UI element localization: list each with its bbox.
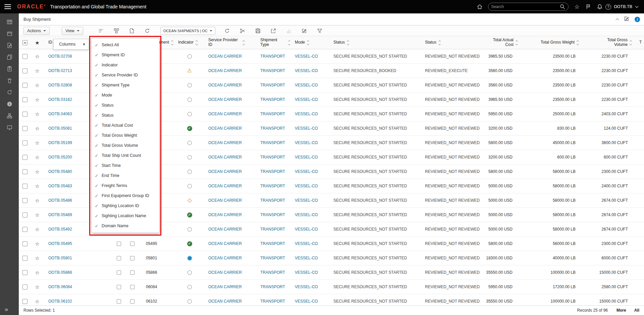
row-flag-checkbox-2[interactable] [130,256,135,260]
row-flag-checkbox-2[interactable] [130,285,135,289]
service-provider-link[interactable]: OCEAN CARRIER [208,97,242,102]
favorite-star-icon[interactable] [35,68,39,73]
shipment-id-link[interactable]: OOTB.05480 [48,169,72,174]
favorite-star-icon[interactable] [35,285,39,290]
page-edit-icon[interactable] [624,16,629,23]
page-info-icon[interactable] [635,17,640,22]
all-button[interactable]: All [634,308,639,313]
document-edit-icon[interactable] [0,40,19,51]
save-icon[interactable] [254,27,262,35]
columns-menu-item[interactable]: Status [92,110,159,120]
columns-menu-item[interactable]: Indicator [92,60,159,70]
service-provider-link[interactable]: OCEAN CARRIER [208,184,242,188]
sort-icon[interactable] [439,41,440,45]
clipboard-edit-icon[interactable] [0,63,19,75]
mode-link[interactable]: VESSEL-CO [295,83,318,87]
shipment-id-link[interactable]: OOTB.05489 [48,212,72,217]
columns-menu-item[interactable]: Service Provider ID [92,70,159,80]
shipment-type-link[interactable]: TRANSPORT [260,212,285,217]
help-icon[interactable] [605,4,611,10]
columns-menu-item[interactable]: Shipment ID [92,50,159,60]
sort-icon[interactable] [516,41,518,45]
cut-icon[interactable] [239,27,246,35]
service-provider-link[interactable]: OCEAN CARRIER [208,140,242,145]
columns-menu-item[interactable]: Total Actual Cost [92,120,159,130]
filter-funnel-icon[interactable] [316,27,323,35]
column-header-mode[interactable]: Mode [290,36,332,49]
favorite-star-icon[interactable] [35,198,39,203]
column-header-total-gross-volume[interactable]: Total Gross Volume [580,36,633,49]
row-checkbox[interactable] [22,112,28,117]
row-checkbox[interactable] [22,169,28,174]
shipment-type-link[interactable]: TRANSPORT [260,198,285,203]
sync-icon[interactable] [0,86,19,98]
mode-link[interactable]: VESSEL-CO [295,155,318,160]
column-header-service-provider[interactable]: Service Provider ID [205,36,258,49]
shipment-id-link[interactable]: OOTB.05081 [48,126,72,131]
shipment-id-link[interactable]: OOTB.05495 [48,241,72,246]
shipment-type-link[interactable]: TRANSPORT [260,155,285,160]
shipment-type-link[interactable]: TRANSPORT [260,54,285,59]
trash-icon[interactable] [0,75,19,86]
favorite-star-icon[interactable] [35,299,39,304]
row-checkbox[interactable] [22,68,28,73]
mode-link[interactable]: VESSEL-CO [295,285,318,289]
copy-icon[interactable] [0,51,19,63]
column-header-total-actual-cost[interactable]: Total Actual Cost [483,36,519,49]
row-flag-checkbox-1[interactable] [117,270,121,275]
shipment-id-link[interactable]: OOTB.04063 [48,112,72,116]
service-provider-link[interactable]: OCEAN CARRIER [208,227,242,232]
more-button[interactable]: More [616,308,626,313]
service-provider-link[interactable]: OCEAN CARRIER [208,83,242,87]
shipment-id-link[interactable]: OOTB.03162 [48,97,72,102]
shipment-type-link[interactable]: TRANSPORT [260,83,285,87]
row-checkbox[interactable] [22,184,28,189]
saved-search-select[interactable]: OCEAN SHIPMENTS | OC [160,27,215,35]
columns-menu-item[interactable]: Freight Terms [92,181,159,191]
row-flag-checkbox-1[interactable] [117,256,121,260]
columns-menu-item[interactable]: Start Time [92,161,159,171]
mode-link[interactable]: VESSEL-CO [295,256,318,260]
open-new-window-icon[interactable] [270,27,277,35]
mode-link[interactable]: VESSEL-CO [295,184,318,188]
row-checkbox[interactable] [22,285,28,290]
service-provider-link[interactable]: OCEAN CARRIER [208,54,242,59]
mode-link[interactable]: VESSEL-CO [295,54,318,59]
favorite-star-icon[interactable] [35,140,39,145]
column-header-status-2[interactable]: Status [423,36,483,49]
row-checkbox[interactable] [22,83,28,88]
mode-link[interactable]: VESSEL-CO [295,299,318,304]
search-icon[interactable] [559,4,566,10]
favorites-icon[interactable] [573,3,581,11]
sidebar-expand-icon[interactable] [0,305,19,314]
favorite-star-icon[interactable] [35,155,39,160]
shipment-type-link[interactable]: TRANSPORT [260,299,285,304]
service-provider-link[interactable]: OCEAN CARRIER [208,241,242,246]
row-checkbox[interactable] [22,241,28,246]
sort-icon[interactable] [243,41,245,45]
row-checkbox[interactable] [22,299,28,304]
service-provider-link[interactable]: OCEAN CARRIER [208,112,242,116]
columns-menu-item[interactable]: First Equipment Group ID [92,191,159,201]
shipment-type-link[interactable]: TRANSPORT [260,140,285,145]
favorite-star-icon[interactable] [35,97,39,102]
columns-menu-item[interactable]: Domain Name [92,221,159,231]
service-provider-link[interactable]: OCEAN CARRIER [208,126,242,131]
calendar-icon[interactable] [0,28,19,40]
user-menu[interactable]: OOTB.TB [614,4,632,9]
row-flag-checkbox-1[interactable] [117,299,121,304]
mode-link[interactable]: VESSEL-CO [295,212,318,217]
sort-columns-icon[interactable] [97,27,105,35]
row-checkbox[interactable] [22,126,28,131]
shipment-type-link[interactable]: TRANSPORT [260,270,285,275]
detach-grid-icon[interactable] [113,27,120,35]
home-icon[interactable] [476,3,484,11]
shipment-type-link[interactable]: TRANSPORT [260,285,285,289]
row-checkbox[interactable] [22,227,28,232]
row-checkbox[interactable] [22,54,28,59]
column-header-status-1[interactable]: Status [332,36,423,49]
shipment-id-link[interactable]: OOTB.02713 [48,68,72,73]
row-checkbox[interactable] [22,212,28,217]
shipment-type-link[interactable]: TRANSPORT [260,126,285,131]
shipment-id-link[interactable]: OOTB.05492 [48,227,72,232]
